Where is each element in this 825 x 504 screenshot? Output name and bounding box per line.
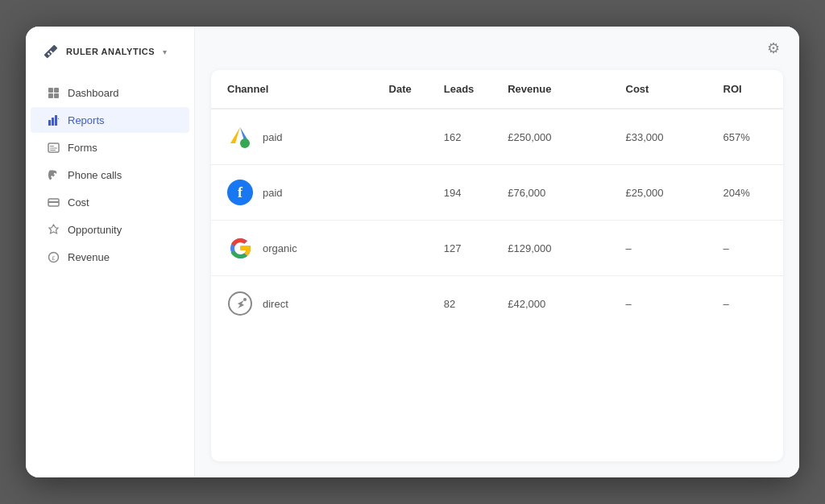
date-cell: [373, 276, 428, 332]
sidebar-item-revenue[interactable]: £ Revenue: [31, 244, 189, 270]
opportunity-icon: [47, 223, 60, 236]
leads-cell: 194: [428, 165, 491, 221]
cost-cell: –: [610, 221, 707, 276]
svg-point-23: [243, 298, 247, 301]
col-header-channel: Channel: [211, 70, 373, 109]
app-window: RULER ANALYTICS ▾ Dashboard Reports: [26, 27, 799, 477]
settings-gear-icon[interactable]: ⚙: [767, 39, 780, 57]
brand-name: RULER ANALYTICS: [66, 47, 155, 56]
sidebar-item-dashboard[interactable]: Dashboard: [31, 80, 189, 105]
cost-icon: [47, 196, 60, 209]
revenue-cell: £250,000: [491, 109, 609, 165]
cost-cell: £25,000: [610, 165, 707, 221]
svg-rect-9: [55, 115, 57, 126]
table-row: organic 127 £129,000 – –: [211, 221, 783, 276]
svg-point-21: [240, 138, 250, 148]
main-content: ⚙ Channel Date Leads Revenue Cost ROI: [195, 27, 799, 477]
forms-icon: [47, 141, 60, 154]
channel-name: paid: [263, 187, 283, 199]
col-header-cost: Cost: [610, 70, 707, 109]
channel-name: paid: [263, 131, 283, 143]
sidebar-item-opportunity[interactable]: Opportunity: [31, 217, 189, 242]
table-header-row: Channel Date Leads Revenue Cost ROI: [211, 70, 783, 109]
roi-cell: –: [707, 221, 783, 276]
channel-cell: paid: [211, 109, 373, 165]
svg-rect-12: [50, 146, 54, 147]
roi-cell: 657%: [707, 109, 783, 165]
date-cell: [373, 109, 428, 165]
channel-name: direct: [263, 298, 288, 310]
svg-rect-10: [58, 118, 59, 119]
svg-rect-6: [54, 93, 59, 98]
channel-name: organic: [263, 242, 297, 254]
cost-cell: £33,000: [610, 109, 707, 165]
reports-table: Channel Date Leads Revenue Cost ROI: [211, 70, 783, 331]
revenue-cell: £129,000: [491, 221, 609, 276]
date-cell: [373, 221, 428, 276]
table-row: f paid 194 £76,000 £25,000 204%: [211, 165, 783, 221]
sidebar-item-forms[interactable]: Forms: [31, 134, 189, 160]
channel-cell: organic: [211, 221, 373, 276]
svg-rect-8: [52, 118, 54, 126]
brand-chevron: ▾: [163, 48, 167, 56]
svg-rect-7: [48, 120, 51, 126]
sidebar: RULER ANALYTICS ▾ Dashboard Reports: [26, 27, 195, 477]
facebook-logo-icon: f: [227, 180, 253, 205]
main-header: ⚙: [195, 27, 799, 70]
table-row: paid 162 £250,000 £33,000 657%: [211, 109, 783, 165]
revenue-icon: £: [47, 250, 60, 263]
revenue-cell: £76,000: [491, 165, 609, 221]
col-header-revenue: Revenue: [491, 70, 609, 109]
sidebar-item-reports[interactable]: Reports: [31, 107, 189, 133]
svg-rect-13: [50, 147, 57, 148]
cost-cell: –: [610, 276, 707, 332]
direct-logo-icon: [227, 291, 253, 316]
ruler-logo-icon: [42, 43, 60, 60]
svg-text:£: £: [52, 255, 55, 261]
date-cell: [373, 165, 428, 221]
leads-cell: 82: [428, 276, 491, 332]
leads-cell: 127: [428, 221, 491, 276]
google-ads-logo-icon: [227, 124, 253, 150]
sidebar-item-label: Dashboard: [68, 87, 119, 99]
sidebar-item-label: Phone calls: [68, 169, 122, 181]
svg-marker-19: [230, 127, 240, 143]
col-header-leads: Leads: [428, 70, 491, 109]
roi-cell: 204%: [707, 165, 783, 221]
content-area: Channel Date Leads Revenue Cost ROI: [211, 70, 783, 461]
svg-rect-4: [54, 88, 59, 93]
col-header-date: Date: [373, 70, 428, 109]
svg-rect-3: [48, 88, 53, 93]
sidebar-item-label: Cost: [68, 196, 89, 209]
sidebar-item-phone-calls[interactable]: Phone calls: [31, 162, 189, 188]
sidebar-item-label: Reports: [68, 114, 105, 126]
roi-cell: –: [707, 276, 783, 332]
channel-cell: f paid: [211, 165, 373, 221]
sidebar-item-label: Forms: [68, 142, 97, 154]
col-header-roi: ROI: [707, 70, 783, 109]
sidebar-header: RULER ANALYTICS ▾: [26, 43, 194, 80]
sidebar-item-label: Opportunity: [68, 224, 122, 236]
revenue-cell: £42,000: [491, 276, 609, 332]
phone-icon: [47, 168, 60, 181]
sidebar-item-cost[interactable]: Cost: [31, 189, 189, 215]
svg-rect-14: [50, 150, 56, 151]
svg-rect-16: [48, 201, 59, 203]
svg-rect-5: [48, 93, 53, 98]
sidebar-item-label: Revenue: [68, 251, 110, 263]
leads-cell: 162: [428, 109, 491, 165]
table-row: direct 82 £42,000 – –: [211, 276, 783, 332]
sidebar-navigation: Dashboard Reports Forms Ph: [26, 80, 194, 270]
reports-icon: [47, 114, 60, 126]
google-logo-icon: [227, 235, 253, 261]
channel-cell: direct: [211, 276, 373, 332]
dashboard-icon: [47, 86, 60, 99]
